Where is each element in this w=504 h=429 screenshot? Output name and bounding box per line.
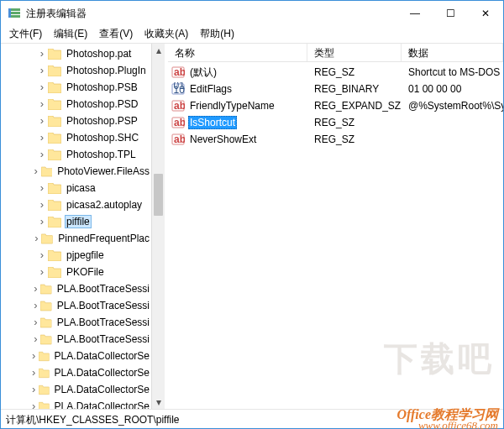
expand-icon[interactable]: › — [36, 149, 48, 160]
content-area: ›Photoshop.pat›Photoshop.PlugIn›Photosho… — [1, 43, 503, 410]
tree-item-label: Photoshop.pat — [65, 48, 133, 60]
expand-icon[interactable]: › — [29, 350, 39, 362]
column-header-name[interactable]: 名称 — [168, 44, 307, 61]
tree-item[interactable]: ›Photoshop.PSB — [1, 79, 151, 96]
tree-item[interactable]: ›Photoshop.TPL — [1, 146, 151, 163]
string-value-icon — [171, 116, 185, 129]
tree-item[interactable]: ›pjpegfile — [1, 247, 151, 264]
tree-scrollbar[interactable]: ▴ ▾ — [151, 44, 165, 409]
value-data: Shortcut to MS-DOS P — [402, 66, 503, 78]
expand-icon[interactable]: › — [36, 132, 48, 144]
binary-value-icon — [171, 82, 185, 96]
expand-icon[interactable]: › — [36, 65, 48, 76]
tree-item-label: Photoshop.PSP — [65, 115, 139, 127]
tree-item[interactable]: ›piffile — [1, 213, 151, 230]
tree-panel: ›Photoshop.pat›Photoshop.PlugIn›Photosho… — [1, 44, 165, 409]
svg-rect-3 — [8, 8, 11, 18]
expand-icon[interactable]: › — [36, 216, 48, 228]
tree-item[interactable]: ›PhotoViewer.FileAss — [1, 163, 151, 180]
value-type: REG_EXPAND_SZ — [307, 100, 402, 112]
expand-icon[interactable]: › — [31, 233, 41, 244]
scroll-up-button[interactable]: ▴ — [152, 44, 165, 57]
tree-item[interactable]: ›Photoshop.SHC — [1, 129, 151, 146]
tree-item[interactable]: ›PKOFile — [1, 264, 151, 280]
tree-item-label: picasa — [65, 182, 97, 194]
expand-icon[interactable]: › — [30, 333, 40, 345]
tree-item[interactable]: ›PinnedFrequentPlac — [1, 230, 151, 247]
menu-favorites[interactable]: 收藏夹(A) — [139, 27, 193, 41]
window-title: 注册表编辑器 — [26, 7, 397, 21]
expand-icon[interactable]: › — [30, 283, 40, 295]
tree-item[interactable]: ›PLA.BootTraceSessi — [1, 314, 151, 331]
expand-icon[interactable]: › — [36, 199, 48, 211]
expand-icon[interactable]: › — [29, 384, 39, 395]
menu-edit[interactable]: 编辑(E) — [49, 27, 92, 41]
tree-view[interactable]: ›Photoshop.pat›Photoshop.PlugIn›Photosho… — [1, 44, 151, 409]
list-row[interactable]: (默认)REG_SZShortcut to MS-DOS P — [168, 64, 503, 81]
tree-item[interactable]: ›Photoshop.PSP — [1, 112, 151, 129]
close-button[interactable]: ✕ — [468, 1, 503, 26]
column-header-type[interactable]: 类型 — [307, 44, 402, 61]
titlebar[interactable]: 注册表编辑器 — ☐ ✕ — [1, 1, 503, 26]
folder-icon — [40, 334, 52, 345]
menu-view[interactable]: 查看(V) — [94, 27, 138, 41]
folder-icon — [48, 116, 61, 127]
list-view[interactable]: (默认)REG_SZShortcut to MS-DOS PEditFlagsR… — [168, 62, 503, 409]
tree-item[interactable]: ›Photoshop.PlugIn — [1, 62, 151, 79]
maximize-button[interactable]: ☐ — [433, 1, 468, 26]
list-row[interactable]: IsShortcutREG_SZ — [168, 114, 503, 131]
expand-icon[interactable]: › — [36, 182, 48, 194]
string-value-icon — [171, 65, 185, 79]
value-type: REG_SZ — [307, 133, 402, 145]
folder-icon — [48, 217, 61, 228]
menu-help[interactable]: 帮助(H) — [195, 27, 239, 41]
folder-icon — [48, 200, 61, 211]
list-row[interactable]: FriendlyTypeNameREG_EXPAND_SZ@%SystemRoo… — [168, 97, 503, 114]
list-row[interactable]: NeverShowExtREG_SZ — [168, 131, 503, 148]
folder-icon — [39, 401, 50, 410]
minimize-button[interactable]: — — [397, 1, 433, 26]
expand-icon[interactable]: › — [29, 400, 39, 409]
tree-item[interactable]: ›Photoshop.pat — [1, 45, 151, 62]
tree-item[interactable]: ›PLA.DataCollectorSe — [1, 348, 151, 364]
tree-item[interactable]: ›picasa — [1, 180, 151, 196]
folder-icon — [48, 49, 61, 60]
value-name: FriendlyTypeName — [188, 100, 276, 112]
brand-overlay: Office教程学习网 www.office68.com — [396, 410, 498, 430]
tree-item-label: PLA.BootTraceSessi — [55, 300, 151, 311]
tree-item[interactable]: ›PLA.DataCollectorSe — [1, 398, 151, 409]
tree-item[interactable]: ›PLA.DataCollectorSe — [1, 381, 151, 398]
expand-icon[interactable]: › — [36, 98, 48, 110]
tree-item[interactable]: ›PLA.DataCollectorSe — [1, 364, 151, 381]
expand-icon[interactable]: › — [36, 115, 48, 127]
scroll-thumb[interactable] — [154, 174, 163, 216]
list-row[interactable]: EditFlagsREG_BINARY01 00 00 00 — [168, 81, 503, 97]
expand-icon[interactable]: › — [31, 165, 41, 177]
folder-icon — [48, 65, 61, 76]
tree-item[interactable]: ›PLA.BootTraceSessi — [1, 280, 151, 297]
value-data: 01 00 00 00 — [402, 83, 503, 95]
tree-item[interactable]: ›PLA.BootTraceSessi — [1, 331, 151, 348]
expand-icon[interactable]: › — [30, 300, 40, 311]
tree-item-label: Photoshop.PSD — [65, 98, 139, 110]
tree-item[interactable]: ›PLA.BootTraceSessi — [1, 297, 151, 314]
scroll-down-button[interactable]: ▾ — [152, 395, 165, 409]
expand-icon[interactable]: › — [36, 48, 48, 60]
tree-item[interactable]: ›picasa2.autoplay — [1, 196, 151, 213]
tree-item-label: picasa2.autoplay — [65, 199, 144, 211]
expand-icon[interactable]: › — [30, 317, 40, 328]
menubar: 文件(F) 编辑(E) 查看(V) 收藏夹(A) 帮助(H) — [1, 26, 503, 43]
folder-icon — [48, 99, 61, 110]
menu-file[interactable]: 文件(F) — [4, 27, 47, 41]
tree-item[interactable]: ›Photoshop.PSD — [1, 96, 151, 112]
column-header-data[interactable]: 数据 — [402, 44, 503, 61]
value-data: @%SystemRoot%\Sys — [402, 100, 503, 112]
status-path: 计算机\HKEY_CLASSES_ROOT\piffile — [6, 413, 180, 427]
expand-icon[interactable]: › — [29, 367, 39, 379]
tree-item-label: PLA.BootTraceSessi — [55, 317, 151, 328]
expand-icon[interactable]: › — [36, 266, 48, 278]
folder-icon — [41, 233, 53, 244]
folder-icon — [39, 351, 50, 362]
expand-icon[interactable]: › — [36, 249, 48, 261]
expand-icon[interactable]: › — [36, 81, 48, 93]
